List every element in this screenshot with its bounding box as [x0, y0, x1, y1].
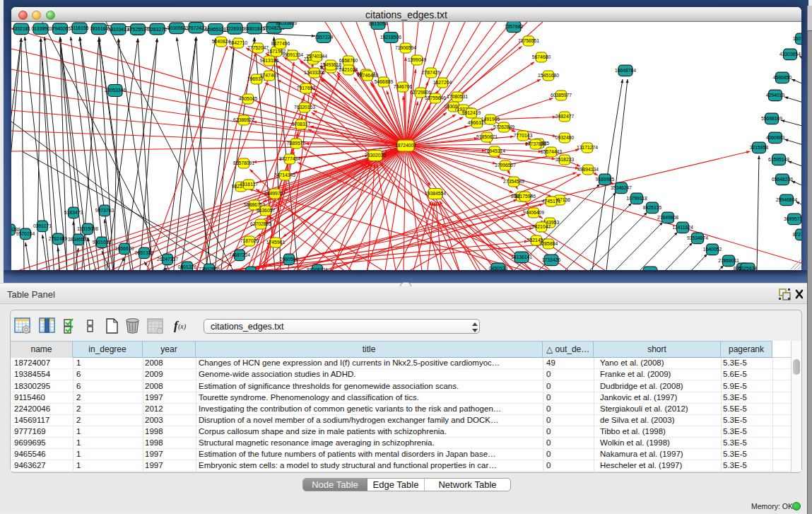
svg-text:4745171: 4745171 [542, 199, 561, 204]
svg-text:9973763: 9973763 [95, 208, 114, 213]
svg-text:8813054: 8813054 [369, 22, 388, 26]
svg-text:13315098: 13315098 [77, 226, 98, 231]
svg-text:7187026: 7187026 [240, 238, 259, 243]
svg-text:0391171: 0391171 [33, 223, 52, 228]
svg-text:79740344: 79740344 [306, 54, 327, 59]
svg-text:82175946: 82175946 [514, 194, 536, 199]
svg-text:23302035: 23302035 [365, 153, 386, 158]
svg-text:8708317: 8708317 [292, 122, 311, 127]
svg-text:1640052: 1640052 [703, 247, 722, 252]
svg-text:96965328: 96965328 [205, 27, 226, 32]
svg-text:5183473: 5183473 [64, 210, 83, 215]
svg-text:62386922: 62386922 [233, 117, 254, 122]
svg-text:49894134: 49894134 [577, 167, 599, 172]
svg-text:10799118: 10799118 [626, 196, 647, 201]
svg-text:71906594: 71906594 [395, 45, 416, 50]
svg-text:8677496: 8677496 [271, 41, 290, 46]
svg-text:4294019: 4294019 [766, 93, 785, 98]
svg-text:29946804: 29946804 [776, 197, 797, 202]
svg-text:1399049: 1399049 [408, 57, 427, 62]
svg-text:17080531: 17080531 [447, 94, 468, 99]
svg-text:51850671: 51850671 [476, 134, 498, 139]
svg-text:12411824: 12411824 [672, 225, 693, 230]
svg-text:86578091: 86578091 [233, 160, 254, 165]
svg-text:37940265: 37940265 [49, 26, 71, 31]
svg-text:7357224: 7357224 [314, 35, 334, 40]
svg-text:3482477: 3482477 [555, 114, 575, 119]
svg-text:5466889: 5466889 [375, 79, 394, 84]
svg-text:9413186: 9413186 [260, 58, 279, 63]
svg-text:16033809: 16033809 [276, 22, 297, 25]
svg-text:3285884: 3285884 [539, 241, 558, 246]
svg-text:5240824: 5240824 [212, 39, 231, 44]
svg-text:67737826: 67737826 [525, 141, 546, 146]
svg-text:(x): (x) [178, 322, 187, 331]
svg-text:5116155: 5116155 [71, 25, 89, 30]
svg-text:60385977: 60385977 [551, 93, 572, 98]
svg-text:35346247: 35346247 [611, 185, 632, 190]
svg-text:87277434: 87277434 [279, 156, 300, 161]
svg-text:4316117: 4316117 [240, 182, 258, 187]
svg-text:4586850: 4586850 [773, 75, 792, 80]
svg-text:93103413: 93103413 [107, 27, 129, 32]
svg-text:65648236: 65648236 [772, 177, 793, 182]
svg-text:34714345: 34714345 [274, 173, 295, 177]
svg-text:0801326: 0801326 [178, 264, 197, 269]
svg-text:9283276: 9283276 [148, 27, 167, 32]
svg-text:7770143: 7770143 [514, 133, 533, 138]
svg-text:93534874: 93534874 [687, 235, 708, 240]
svg-text:0651333: 0651333 [135, 250, 154, 255]
svg-text:47525534: 47525534 [127, 27, 148, 32]
svg-text:13433200: 13433200 [304, 70, 325, 75]
svg-text:1745961: 1745961 [266, 240, 286, 245]
svg-text:20053346: 20053346 [105, 88, 126, 93]
svg-text:9912419: 9912419 [462, 110, 481, 115]
svg-text:4060883: 4060883 [766, 135, 785, 140]
svg-text:13493618: 13493618 [320, 62, 341, 67]
svg-text:61595148: 61595148 [768, 157, 789, 162]
svg-text:7917693: 7917693 [297, 86, 316, 90]
svg-text:3215958: 3215958 [750, 145, 769, 150]
svg-text:7346706: 7346706 [394, 84, 413, 89]
svg-text:1607337: 1607337 [793, 36, 801, 41]
svg-text:3518233: 3518233 [555, 157, 575, 162]
svg-text:15451680: 15451680 [538, 73, 559, 78]
svg-text:2787429: 2787429 [422, 70, 441, 75]
svg-text:0980500: 0980500 [280, 257, 299, 262]
svg-text:6658760: 6658760 [339, 58, 358, 63]
svg-text:1656670: 1656670 [115, 246, 134, 251]
svg-text:0133890: 0133890 [31, 26, 50, 31]
svg-text:18724007: 18724007 [395, 143, 416, 148]
svg-text:4332181: 4332181 [12, 26, 31, 31]
svg-text:62702895: 62702895 [250, 221, 271, 226]
svg-text:77752047: 77752047 [247, 45, 269, 50]
svg-text:4005045: 4005045 [239, 96, 258, 101]
svg-text:38346578: 38346578 [68, 237, 89, 242]
svg-text:7357682: 7357682 [505, 24, 524, 29]
svg-text:8721489: 8721489 [793, 232, 801, 237]
svg-text:1491905: 1491905 [481, 117, 500, 122]
svg-text:26247317: 26247317 [157, 257, 178, 262]
svg-text:19218506: 19218506 [380, 35, 401, 40]
svg-text:76945314: 76945314 [484, 148, 505, 153]
svg-text:2782489: 2782489 [49, 236, 68, 241]
svg-text:1627204: 1627204 [433, 80, 452, 85]
svg-text:7889579: 7889579 [287, 141, 306, 146]
svg-text:76320163: 76320163 [294, 105, 315, 110]
svg-text:1226916: 1226916 [225, 26, 245, 31]
svg-text:5674680: 5674680 [532, 54, 551, 59]
svg-text:37672423: 37672423 [185, 25, 206, 30]
svg-text:19384554: 19384554 [425, 191, 446, 196]
svg-text:5030564: 5030564 [167, 25, 187, 30]
svg-text:9636057: 9636057 [257, 208, 276, 213]
svg-text:1733426: 1733426 [542, 257, 561, 262]
svg-text:13171274: 13171274 [577, 145, 598, 150]
svg-text:71756551: 71756551 [518, 38, 539, 43]
svg-text:62729806: 62729806 [410, 90, 431, 95]
svg-text:57262849: 57262849 [493, 124, 514, 129]
svg-text:27849808: 27849808 [657, 215, 678, 220]
svg-text:16648784: 16648784 [615, 68, 636, 73]
svg-text:9570154: 9570154 [16, 231, 35, 236]
svg-text:7816184: 7816184 [90, 26, 109, 31]
svg-text:36995777: 36995777 [784, 216, 801, 221]
